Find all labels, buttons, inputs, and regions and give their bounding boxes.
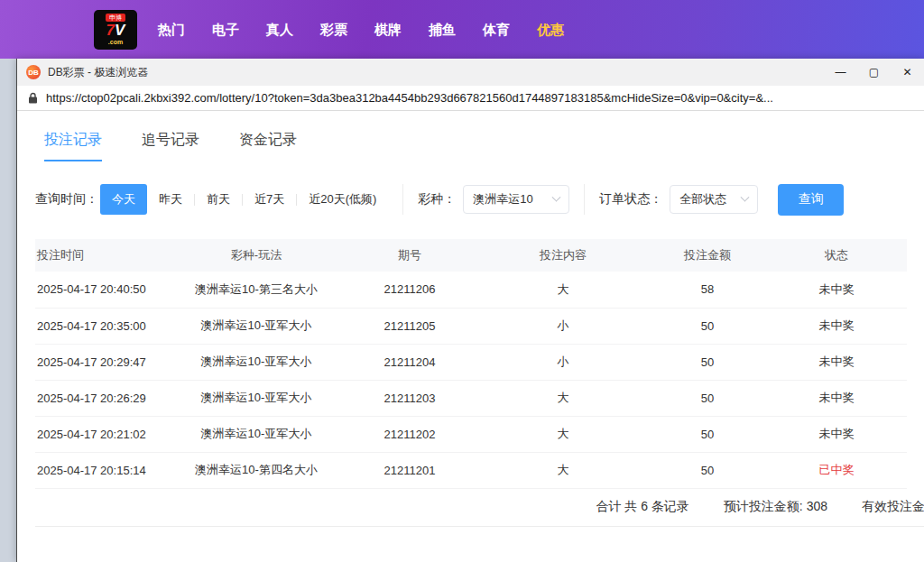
time-cell: 2025-04-17 20:15:14 — [35, 452, 171, 488]
window-title: DB彩票 - 极速浏览器 — [48, 65, 148, 80]
order-status-value: 全部状态 — [679, 191, 726, 207]
time-filter-7days[interactable]: 近7天 — [243, 184, 296, 215]
col-header-game: 彩种-玩法 — [171, 239, 342, 272]
time-cell: 2025-04-17 20:29:47 — [35, 344, 171, 380]
amount-cell: 58 — [649, 272, 766, 308]
summary-bar: 合计 共 6 条记录 预计投注金额: 308 有效投注金 — [35, 489, 924, 527]
game-cell: 澳洲幸运10-第四名大小 — [171, 452, 342, 488]
site-top-nav: 申博 7V .com 热门 电子 真人 彩票 棋牌 捕鱼 体育 优惠 — [0, 0, 924, 59]
lottery-select-label: 彩种： — [418, 191, 456, 207]
game-cell: 澳洲幸运10-亚军大小 — [171, 344, 342, 380]
summary-expected-amount: 预计投注金额: 308 — [724, 499, 827, 515]
nav-item-live[interactable]: 真人 — [253, 0, 307, 59]
browser-window: DB DB彩票 - 极速浏览器 — ▢ ✕ https://ctop02pcal… — [16, 59, 924, 562]
time-cell: 2025-04-17 20:35:00 — [35, 308, 171, 344]
time-filter-label: 查询时间： — [35, 191, 98, 207]
time-cell: 2025-04-17 20:40:50 — [35, 272, 171, 308]
nav-item-hot[interactable]: 热门 — [144, 0, 199, 59]
table-row: 2025-04-17 20:35:00 澳洲幸运10-亚军大小 21211205… — [35, 308, 907, 344]
favicon-icon: DB — [26, 65, 41, 79]
nav-item-cards[interactable]: 棋牌 — [361, 0, 415, 59]
search-button[interactable]: 查询 — [778, 184, 844, 216]
issue-cell: 21211205 — [342, 308, 477, 344]
order-status-label: 订单状态： — [599, 191, 662, 207]
tab-chase-records[interactable]: 追号记录 — [142, 131, 199, 161]
time-filter-day-before[interactable]: 前天 — [195, 184, 242, 215]
content-cell: 大 — [477, 380, 649, 416]
content-cell: 小 — [477, 308, 649, 344]
nav-item-promo[interactable]: 优惠 — [523, 0, 578, 59]
time-cell: 2025-04-17 20:26:29 — [35, 380, 171, 416]
game-cell: 澳洲幸运10-第三名大小 — [171, 272, 342, 308]
nav-item-sports[interactable]: 体育 — [469, 0, 523, 59]
content-cell: 小 — [477, 344, 649, 380]
col-header-content: 投注内容 — [477, 239, 649, 272]
status-cell: 未中奖 — [766, 272, 907, 308]
logo-domain: .com — [108, 39, 123, 45]
status-cell: 未中奖 — [766, 416, 907, 452]
table-header-row: 投注时间 彩种-玩法 期号 投注内容 投注金额 状态 — [35, 239, 907, 272]
nav-item-lottery[interactable]: 彩票 — [307, 0, 361, 59]
site-logo[interactable]: 申博 7V .com — [94, 10, 137, 50]
table-row: 2025-04-17 20:40:50 澳洲幸运10-第三名大小 2121120… — [35, 272, 907, 308]
logo-badge: 申博 — [106, 14, 125, 22]
time-filter-yesterday[interactable]: 昨天 — [147, 184, 194, 215]
amount-cell: 50 — [649, 452, 766, 488]
col-header-issue: 期号 — [342, 239, 477, 272]
url-text[interactable]: https://ctop02pcali.2kbxi392.com/lottery… — [46, 91, 773, 105]
content-cell: 大 — [477, 416, 649, 452]
status-cell: 已中奖 — [766, 452, 907, 488]
window-controls: — ▢ ✕ — [824, 59, 924, 86]
tab-fund-records[interactable]: 资金记录 — [239, 131, 297, 161]
time-filter-20days[interactable]: 近20天(低频) — [297, 184, 388, 215]
bet-records-table: 投注时间 彩种-玩法 期号 投注内容 投注金额 状态 2025-04-17 20… — [35, 239, 907, 489]
summary-total: 合计 共 6 条记录 — [596, 499, 688, 515]
table-row: 2025-04-17 20:26:29 澳洲幸运10-亚军大小 21211203… — [35, 380, 907, 416]
col-header-amount: 投注金额 — [649, 239, 766, 272]
game-cell: 澳洲幸运10-亚军大小 — [171, 308, 342, 344]
time-filter-today[interactable]: 今天 — [100, 184, 147, 215]
issue-cell: 21211206 — [342, 272, 477, 308]
issue-cell: 21211203 — [342, 380, 477, 416]
site-menu: 热门 电子 真人 彩票 棋牌 捕鱼 体育 优惠 — [144, 0, 578, 59]
game-cell: 澳洲幸运10-亚军大小 — [171, 380, 342, 416]
game-cell: 澳洲幸运10-亚军大小 — [171, 416, 342, 452]
issue-cell: 21211204 — [342, 344, 477, 380]
maximize-icon[interactable]: ▢ — [857, 59, 891, 86]
content-cell: 大 — [477, 452, 649, 488]
table-row: 2025-04-17 20:29:47 澳洲幸运10-亚军大小 21211204… — [35, 344, 907, 380]
record-tabs: 投注记录 追号记录 资金记录 — [17, 111, 924, 161]
page-content: 投注记录 追号记录 资金记录 查询时间： 今天 昨天 前天 近7天 近20天(低… — [17, 111, 924, 562]
divider — [402, 184, 403, 215]
chevron-down-icon — [741, 192, 750, 201]
address-bar[interactable]: https://ctop02pcali.2kbxi392.com/lottery… — [17, 86, 924, 111]
issue-cell: 21211201 — [342, 452, 477, 488]
tab-bet-records[interactable]: 投注记录 — [44, 131, 102, 161]
amount-cell: 50 — [649, 308, 766, 344]
table-row: 2025-04-17 20:21:02 澳洲幸运10-亚军大小 21211202… — [35, 416, 907, 452]
window-titlebar[interactable]: DB DB彩票 - 极速浏览器 — ▢ ✕ — [17, 59, 924, 86]
filter-bar: 查询时间： 今天 昨天 前天 近7天 近20天(低频) 彩种： 澳洲幸运10 订… — [17, 183, 924, 216]
status-cell: 未中奖 — [766, 344, 907, 380]
nav-item-slots[interactable]: 电子 — [199, 0, 253, 59]
summary-valid-amount: 有效投注金 — [862, 499, 924, 515]
time-cell: 2025-04-17 20:21:02 — [35, 416, 171, 452]
logo-brand: 7V — [106, 23, 125, 38]
col-header-time: 投注时间 — [35, 239, 171, 272]
amount-cell: 50 — [649, 416, 766, 452]
close-icon[interactable]: ✕ — [891, 59, 924, 86]
minimize-icon[interactable]: — — [824, 59, 857, 86]
status-cell: 未中奖 — [766, 380, 907, 416]
amount-cell: 50 — [649, 344, 766, 380]
order-status-select[interactable]: 全部状态 — [670, 185, 758, 214]
amount-cell: 50 — [649, 380, 766, 416]
lock-icon — [28, 92, 38, 104]
lottery-select[interactable]: 澳洲幸运10 — [463, 185, 569, 214]
content-cell: 大 — [477, 272, 649, 308]
lottery-select-value: 澳洲幸运10 — [473, 191, 532, 207]
col-header-status: 状态 — [766, 239, 907, 272]
nav-item-fishing[interactable]: 捕鱼 — [415, 0, 469, 59]
status-cell: 未中奖 — [766, 308, 907, 344]
chevron-down-icon — [552, 192, 561, 201]
issue-cell: 21211202 — [342, 416, 477, 452]
